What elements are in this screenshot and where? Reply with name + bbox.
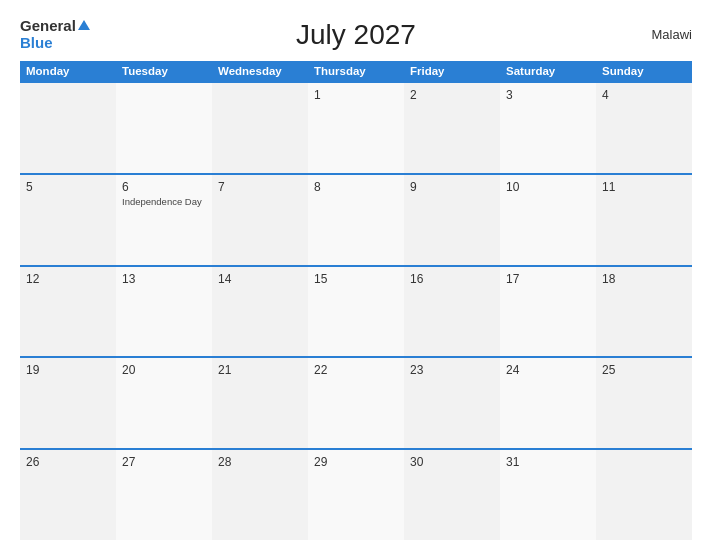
day-number: 19: [26, 363, 110, 377]
calendar-cell: 2: [404, 83, 500, 173]
calendar: MondayTuesdayWednesdayThursdayFridaySatu…: [20, 61, 692, 540]
logo-blue-text: Blue: [20, 35, 90, 52]
calendar-cell: 17: [500, 267, 596, 357]
calendar-header: MondayTuesdayWednesdayThursdayFridaySatu…: [20, 61, 692, 81]
logo-triangle-icon: [78, 20, 90, 30]
day-number: 28: [218, 455, 302, 469]
calendar-cell: 6Independence Day: [116, 175, 212, 265]
day-number: 22: [314, 363, 398, 377]
calendar-cell: 11: [596, 175, 692, 265]
calendar-cell: 8: [308, 175, 404, 265]
day-number: 30: [410, 455, 494, 469]
day-number: 11: [602, 180, 686, 194]
calendar-cell: 12: [20, 267, 116, 357]
calendar-cell: [116, 83, 212, 173]
calendar-cell: 7: [212, 175, 308, 265]
day-number: 23: [410, 363, 494, 377]
day-number: 4: [602, 88, 686, 102]
day-number: 2: [410, 88, 494, 102]
day-number: 1: [314, 88, 398, 102]
calendar-cell: 20: [116, 358, 212, 448]
calendar-week: 1234: [20, 81, 692, 173]
day-number: 5: [26, 180, 110, 194]
month-title: July 2027: [90, 19, 622, 51]
calendar-header-cell: Wednesday: [212, 61, 308, 81]
calendar-cell: 15: [308, 267, 404, 357]
calendar-header-cell: Tuesday: [116, 61, 212, 81]
calendar-cell: 25: [596, 358, 692, 448]
day-number: 3: [506, 88, 590, 102]
event-label: Independence Day: [122, 196, 206, 207]
calendar-cell: [212, 83, 308, 173]
day-number: 26: [26, 455, 110, 469]
calendar-week: 56Independence Day7891011: [20, 173, 692, 265]
calendar-week: 19202122232425: [20, 356, 692, 448]
calendar-cell: 23: [404, 358, 500, 448]
calendar-header-cell: Sunday: [596, 61, 692, 81]
day-number: 25: [602, 363, 686, 377]
calendar-cell: 26: [20, 450, 116, 540]
calendar-cell: 13: [116, 267, 212, 357]
calendar-cell: 19: [20, 358, 116, 448]
calendar-cell: 24: [500, 358, 596, 448]
calendar-cell: 28: [212, 450, 308, 540]
day-number: 8: [314, 180, 398, 194]
calendar-cell: 4: [596, 83, 692, 173]
day-number: 21: [218, 363, 302, 377]
calendar-body: 123456Independence Day789101112131415161…: [20, 81, 692, 540]
day-number: 20: [122, 363, 206, 377]
calendar-cell: 27: [116, 450, 212, 540]
calendar-cell: 30: [404, 450, 500, 540]
day-number: 27: [122, 455, 206, 469]
day-number: 17: [506, 272, 590, 286]
calendar-cell: 21: [212, 358, 308, 448]
day-number: 16: [410, 272, 494, 286]
day-number: 24: [506, 363, 590, 377]
logo-general-text: General: [20, 18, 76, 35]
day-number: 15: [314, 272, 398, 286]
calendar-cell: 1: [308, 83, 404, 173]
day-number: 10: [506, 180, 590, 194]
calendar-header-cell: Thursday: [308, 61, 404, 81]
logo: General Blue: [20, 18, 90, 51]
calendar-cell: [596, 450, 692, 540]
calendar-cell: 3: [500, 83, 596, 173]
day-number: 14: [218, 272, 302, 286]
calendar-header-cell: Monday: [20, 61, 116, 81]
page: General Blue July 2027 Malawi MondayTues…: [0, 0, 712, 550]
calendar-cell: [20, 83, 116, 173]
calendar-cell: 31: [500, 450, 596, 540]
calendar-cell: 9: [404, 175, 500, 265]
header: General Blue July 2027 Malawi: [20, 18, 692, 51]
day-number: 9: [410, 180, 494, 194]
day-number: 31: [506, 455, 590, 469]
country-label: Malawi: [622, 27, 692, 42]
day-number: 18: [602, 272, 686, 286]
day-number: 6: [122, 180, 206, 194]
calendar-week: 262728293031: [20, 448, 692, 540]
calendar-cell: 29: [308, 450, 404, 540]
calendar-header-cell: Saturday: [500, 61, 596, 81]
calendar-cell: 14: [212, 267, 308, 357]
calendar-cell: 22: [308, 358, 404, 448]
calendar-week: 12131415161718: [20, 265, 692, 357]
calendar-cell: 18: [596, 267, 692, 357]
calendar-cell: 16: [404, 267, 500, 357]
calendar-header-cell: Friday: [404, 61, 500, 81]
calendar-cell: 10: [500, 175, 596, 265]
day-number: 12: [26, 272, 110, 286]
day-number: 29: [314, 455, 398, 469]
day-number: 13: [122, 272, 206, 286]
day-number: 7: [218, 180, 302, 194]
calendar-cell: 5: [20, 175, 116, 265]
